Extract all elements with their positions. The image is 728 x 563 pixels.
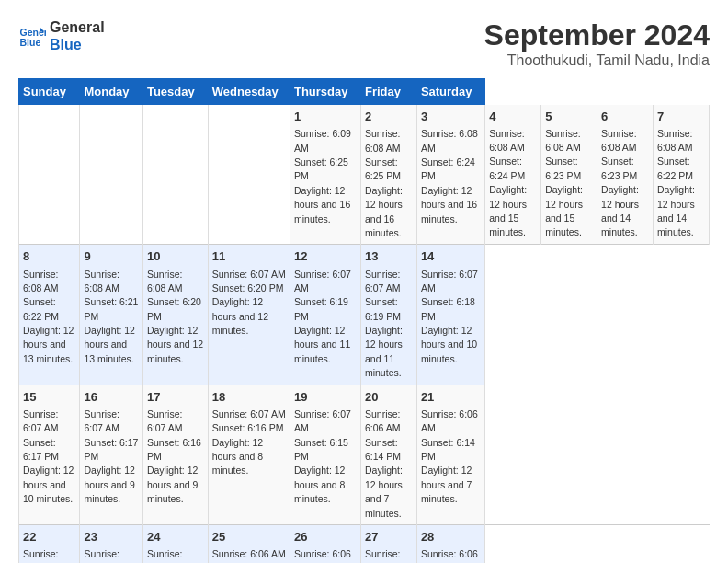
sunset-info: Sunset: 6:23 PM: [601, 155, 637, 180]
calendar-cell: 8Sunrise: 6:08 AMSunset: 6:22 PMDaylight…: [19, 245, 80, 385]
daylight-info: Daylight: 12 hours and 14 minutes.: [657, 184, 695, 237]
calendar-cell: 23Sunrise: 6:06 AMSunset: 6:13 PMDayligh…: [80, 524, 142, 563]
calendar-cell: 19Sunrise: 6:07 AMSunset: 6:15 PMDayligh…: [290, 385, 360, 524]
daylight-info: Daylight: 12 hours and 11 minutes.: [365, 325, 403, 378]
day-number: 22: [23, 529, 75, 546]
sunrise-info: Sunrise: 6:08 AM: [147, 269, 183, 293]
daylight-info: Daylight: 12 hours and 8 minutes.: [294, 465, 345, 504]
sunrise-info: Sunrise: 6:06 AM: [421, 408, 478, 433]
sunset-info: Sunset: 6:15 PM: [294, 437, 348, 462]
calendar-cell: 13Sunrise: 6:07 AMSunset: 6:19 PMDayligh…: [360, 245, 416, 385]
day-number: 21: [421, 389, 481, 406]
daylight-info: Daylight: 12 hours and 11 minutes.: [294, 325, 350, 364]
sunset-info: Sunset: 6:16 PM: [147, 437, 201, 462]
day-number: 3: [421, 109, 481, 125]
day-number: 15: [23, 389, 75, 406]
svg-text:Blue: Blue: [20, 37, 41, 48]
sunset-info: Sunset: 6:21 PM: [84, 296, 138, 321]
sunset-info: Sunset: 6:14 PM: [421, 437, 475, 462]
day-number: 13: [365, 248, 413, 265]
calendar-cell: 2Sunrise: 6:08 AMSunset: 6:25 PMDaylight…: [360, 105, 416, 245]
sunrise-info: Sunrise: 6:08 AM: [421, 128, 478, 153]
logo-blue: Blue: [50, 36, 105, 53]
sunrise-info: Sunrise: 6:06 AM: [147, 548, 183, 563]
sunset-info: Sunset: 6:17 PM: [23, 437, 59, 462]
logo-general: General: [50, 18, 105, 36]
title-block: September 2024 Thoothukudi, Tamil Nadu, …: [484, 18, 710, 69]
daylight-info: Daylight: 12 hours and 7 minutes.: [365, 465, 403, 518]
calendar-cell: 16Sunrise: 6:07 AMSunset: 6:17 PMDayligh…: [80, 385, 142, 524]
calendar-cell: [142, 105, 208, 245]
logo: General Blue General Blue: [18, 18, 105, 53]
daylight-info: Daylight: 12 hours and 8 minutes.: [212, 437, 263, 477]
daylight-info: Daylight: 12 hours and 14 minutes.: [601, 184, 639, 237]
calendar-cell: 17Sunrise: 6:07 AMSunset: 6:16 PMDayligh…: [142, 385, 208, 524]
calendar-table: SundayMondayTuesdayWednesdayThursdayFrid…: [18, 78, 710, 563]
calendar-row: 1Sunrise: 6:09 AMSunset: 6:25 PMDaylight…: [19, 105, 710, 245]
day-number: 5: [545, 109, 593, 125]
day-number: 9: [84, 248, 138, 265]
day-number: 23: [84, 529, 138, 546]
daylight-info: Daylight: 12 hours and 9 minutes.: [84, 465, 134, 504]
sunset-info: Sunset: 6:14 PM: [365, 437, 401, 462]
sunset-info: Sunset: 6:22 PM: [23, 296, 59, 321]
calendar-cell: 4Sunrise: 6:08 AMSunset: 6:24 PMDaylight…: [485, 105, 541, 245]
calendar-cell: [80, 105, 142, 245]
day-number: 25: [212, 529, 286, 546]
calendar-cell: [208, 105, 290, 245]
sunset-info: Sunset: 6:18 PM: [421, 296, 475, 321]
calendar-cell: 18Sunrise: 6:07 AMSunset: 6:16 PMDayligh…: [208, 385, 290, 524]
daylight-info: Daylight: 12 hours and 16 minutes.: [365, 185, 403, 238]
day-number: 8: [23, 248, 75, 265]
calendar-cell: 5Sunrise: 6:08 AMSunset: 6:23 PMDaylight…: [541, 105, 597, 245]
sunset-info: Sunset: 6:16 PM: [212, 422, 284, 433]
day-number: 14: [421, 248, 481, 265]
calendar-cell: 12Sunrise: 6:07 AMSunset: 6:19 PMDayligh…: [290, 245, 360, 385]
day-number: 11: [212, 248, 286, 265]
sunrise-info: Sunrise: 6:06 AM: [365, 408, 401, 433]
day-number: 27: [365, 529, 413, 546]
day-number: 7: [657, 109, 705, 125]
day-number: 20: [365, 389, 413, 406]
calendar-cell: 6Sunrise: 6:08 AMSunset: 6:23 PMDaylight…: [597, 105, 654, 245]
header-row: SundayMondayTuesdayWednesdayThursdayFrid…: [19, 79, 710, 105]
calendar-cell: 10Sunrise: 6:08 AMSunset: 6:20 PMDayligh…: [142, 245, 208, 385]
daylight-info: Daylight: 12 hours and 12 minutes.: [212, 296, 268, 336]
sunrise-info: Sunrise: 6:06 AM: [23, 548, 59, 563]
sunrise-info: Sunrise: 6:07 AM: [84, 408, 119, 433]
sunrise-info: Sunrise: 6:06 AM: [365, 548, 401, 563]
sunrise-info: Sunrise: 6:08 AM: [489, 128, 525, 153]
sunrise-info: Sunrise: 6:07 AM: [212, 408, 286, 419]
day-number: 10: [147, 248, 204, 265]
sunrise-info: Sunrise: 6:07 AM: [212, 269, 286, 280]
sunset-info: Sunset: 6:25 PM: [294, 156, 348, 181]
calendar-header: SundayMondayTuesdayWednesdayThursdayFrid…: [19, 79, 710, 105]
sunrise-info: Sunrise: 6:07 AM: [421, 269, 478, 293]
page-header: General Blue General Blue September 2024…: [18, 18, 710, 69]
daylight-info: Daylight: 12 hours and 9 minutes.: [147, 465, 198, 504]
sunrise-info: Sunrise: 6:06 AM: [294, 548, 351, 563]
daylight-info: Daylight: 12 hours and 10 minutes.: [421, 325, 477, 364]
logo-icon: General Blue: [18, 22, 46, 50]
calendar-cell: 3Sunrise: 6:08 AMSunset: 6:24 PMDaylight…: [416, 105, 484, 245]
header-day: Thursday: [290, 79, 360, 105]
sunset-info: Sunset: 6:19 PM: [294, 296, 348, 321]
header-day: Sunday: [19, 79, 80, 105]
calendar-cell: 1Sunrise: 6:09 AMSunset: 6:25 PMDaylight…: [290, 105, 360, 245]
sunset-info: Sunset: 6:19 PM: [365, 296, 401, 321]
calendar-cell: 22Sunrise: 6:06 AMSunset: 6:13 PMDayligh…: [19, 524, 80, 563]
day-number: 17: [147, 389, 204, 406]
header-day: Wednesday: [208, 79, 290, 105]
calendar-body: 1Sunrise: 6:09 AMSunset: 6:25 PMDaylight…: [19, 105, 710, 564]
sunrise-info: Sunrise: 6:07 AM: [365, 269, 401, 293]
sunrise-info: Sunrise: 6:08 AM: [601, 128, 637, 153]
header-day: Tuesday: [142, 79, 208, 105]
sunset-info: Sunset: 6:23 PM: [545, 155, 581, 180]
calendar-cell: 14Sunrise: 6:07 AMSunset: 6:18 PMDayligh…: [416, 245, 484, 385]
calendar-row: 22Sunrise: 6:06 AMSunset: 6:13 PMDayligh…: [19, 524, 710, 563]
sunrise-info: Sunrise: 6:08 AM: [545, 128, 581, 153]
calendar-cell: [19, 105, 80, 245]
sunset-info: Sunset: 6:24 PM: [421, 156, 475, 181]
sunset-info: Sunset: 6:20 PM: [212, 282, 284, 293]
sunset-info: Sunset: 6:25 PM: [365, 156, 401, 181]
